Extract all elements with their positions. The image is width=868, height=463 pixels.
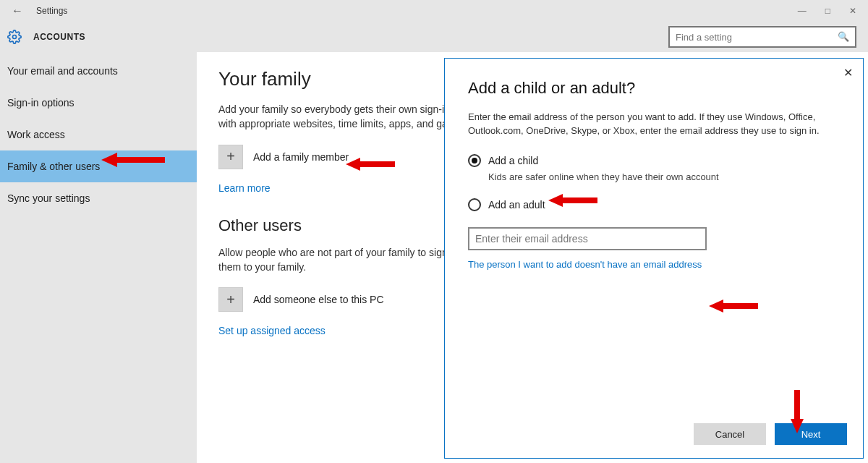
gear-icon xyxy=(7,30,22,44)
plus-icon: + xyxy=(218,287,243,312)
radio-icon xyxy=(468,154,481,167)
sidebar-item-label: Sync your settings xyxy=(7,192,90,204)
back-button[interactable]: ← xyxy=(3,4,32,17)
titlebar: ← Settings — □ ✕ xyxy=(0,0,868,22)
search-input[interactable] xyxy=(668,26,856,48)
option-label: Add an adult xyxy=(488,199,545,211)
svg-point-0 xyxy=(13,35,17,39)
plus-icon: + xyxy=(218,145,243,169)
email-field[interactable]: Enter their email address xyxy=(468,227,707,250)
sidebar-item-label: Work access xyxy=(7,129,65,140)
minimize-button[interactable]: — xyxy=(798,6,807,16)
sidebar-item-work-access[interactable]: Work access xyxy=(0,119,197,150)
sidebar: Your email and accounts Sign-in options … xyxy=(0,52,197,463)
button-label: Cancel xyxy=(715,429,744,440)
add-user-dialog: ✕ Add a child or an adult? Enter the ema… xyxy=(444,58,864,459)
no-email-link[interactable]: The person I want to add doesn't have an… xyxy=(468,259,840,270)
email-placeholder: Enter their email address xyxy=(475,233,588,245)
sidebar-item-sync-settings[interactable]: Sync your settings xyxy=(0,182,197,214)
cancel-button[interactable]: Cancel xyxy=(694,423,766,445)
add-family-label: Add a family member xyxy=(253,151,349,163)
maximize-button[interactable]: □ xyxy=(825,6,830,16)
dialog-intro: Enter the email address of the person yo… xyxy=(468,111,840,138)
button-label: Next xyxy=(801,429,821,440)
sidebar-item-signin-options[interactable]: Sign-in options xyxy=(0,87,197,119)
radio-icon xyxy=(468,198,481,211)
add-someone-label: Add someone else to this PC xyxy=(253,294,384,305)
next-button[interactable]: Next xyxy=(775,423,847,445)
close-window-button[interactable]: ✕ xyxy=(849,6,856,16)
learn-more-link[interactable]: Learn more xyxy=(218,182,271,194)
sidebar-item-label: Family & other users xyxy=(7,161,100,172)
close-dialog-button[interactable]: ✕ xyxy=(843,66,853,80)
sidebar-item-email-accounts[interactable]: Your email and accounts xyxy=(0,55,197,87)
sidebar-item-label: Your email and accounts xyxy=(7,65,118,77)
option-add-adult[interactable]: Add an adult xyxy=(468,198,840,211)
window-title: Settings xyxy=(36,6,67,16)
option-child-subtext: Kids are safer online when they have the… xyxy=(488,171,840,182)
sidebar-item-family-other-users[interactable]: Family & other users xyxy=(0,150,197,182)
section-title: ACCOUNTS xyxy=(33,32,85,42)
dialog-title: Add a child or an adult? xyxy=(468,79,840,98)
option-add-child[interactable]: Add a child xyxy=(468,154,840,167)
option-label: Add a child xyxy=(488,155,538,166)
header: ACCOUNTS 🔍 xyxy=(0,22,868,52)
assigned-access-link[interactable]: Set up assigned access xyxy=(218,325,326,336)
sidebar-item-label: Sign-in options xyxy=(7,97,75,109)
